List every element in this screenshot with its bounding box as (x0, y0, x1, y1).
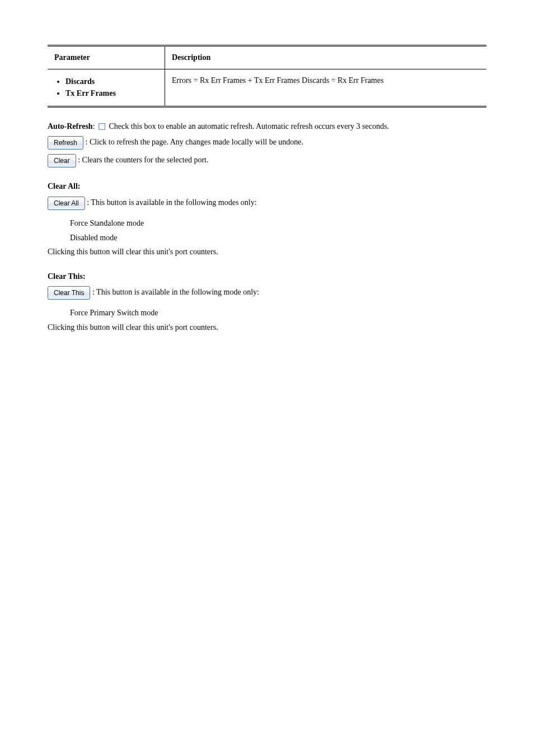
clear-all-heading: Clear All: (48, 182, 80, 190)
clear-description: : Clears the counters for the selected p… (78, 156, 208, 165)
clear-all-mode-2: Disabled mode (70, 232, 486, 244)
refresh-button[interactable]: Refresh (48, 136, 83, 150)
clear-all-mode-1: Force Standalone mode (70, 218, 486, 229)
clear-all-button[interactable]: Clear All (48, 197, 85, 210)
clear-this-action: Clicking this button will clear this uni… (48, 322, 486, 333)
clear-this-button[interactable]: Clear This (48, 286, 90, 300)
table-header-parameter: Parameter (48, 46, 165, 69)
table-header-description: Description (165, 46, 487, 69)
table-cell-description: Errors = Rx Err Frames + Tx Err Frames D… (165, 69, 487, 106)
table-row: Discards Tx Err Frames Errors = Rx Err F… (48, 69, 486, 106)
bullet-discards: Discards (65, 76, 158, 87)
clear-button[interactable]: Clear (48, 154, 76, 167)
auto-refresh-colon: : (93, 122, 95, 130)
bullet-tx-err-frames: Tx Err Frames (65, 88, 158, 99)
clear-this-mode-1: Force Primary Switch mode (70, 307, 486, 319)
clear-this-heading: Clear This: (48, 272, 86, 281)
auto-refresh-text: Check this box to enable an automatic re… (109, 122, 389, 130)
clear-all-action: Clicking this button will clear this uni… (48, 246, 486, 258)
clear-this-description: : This button is available in the follow… (92, 288, 259, 297)
clear-all-description: : This button is available in the follow… (87, 198, 256, 207)
refresh-description: : Click to refresh the page. Any changes… (86, 138, 304, 147)
auto-refresh-label: Auto-Refresh (48, 122, 93, 130)
checkbox-icon (99, 123, 105, 130)
parameter-table: Parameter Description Discards Tx Err Fr… (48, 45, 486, 108)
